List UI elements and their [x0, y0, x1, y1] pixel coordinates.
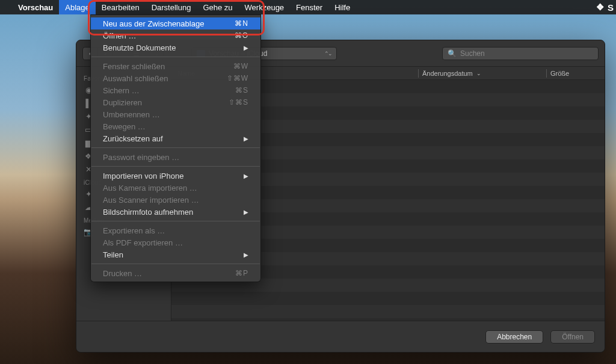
menu-item[interactable]: Bildschirmfoto aufnehmen▶ [91, 206, 260, 218]
chevron-right-icon: ▶ [244, 45, 248, 51]
chevron-updown-icon: ⌃⌄ [324, 51, 331, 57]
chevron-right-icon: ▶ [244, 135, 248, 142]
menu-item: Passwort eingeben … [91, 151, 260, 163]
column-size[interactable]: Größe [550, 70, 605, 77]
menu-item[interactable]: Benutzte Dokumente▶ [91, 42, 260, 54]
dialog-footer: Abbrechen Öffnen [76, 321, 605, 352]
menu-item[interactable]: Teilen▶ [91, 248, 260, 261]
search-placeholder: Suchen [460, 49, 485, 58]
menu-item[interactable]: Neu aus der Zwischenablage⌘N [91, 17, 260, 29]
menu-bearbeiten[interactable]: Bearbeiten [96, 0, 146, 14]
chevron-right-icon: ▶ [244, 173, 248, 179]
menu-item: Duplizieren⇧⌘S [91, 96, 260, 108]
menu-item: Umbenennen … [91, 108, 260, 120]
status-icon[interactable]: S [608, 2, 614, 13]
menu-ablage[interactable]: Ablage [59, 0, 95, 14]
menu-fenster[interactable]: Fenster [290, 0, 328, 14]
menu-item: Auswahl schließen⇧⌘W [91, 72, 260, 84]
dropbox-icon[interactable]: ❖ [596, 2, 604, 13]
menu-item: Sichern …⌘S [91, 84, 260, 96]
menu-item: Bewegen … [91, 120, 260, 132]
menu-item: Aus Kamera importieren … [91, 182, 260, 194]
chevron-right-icon: ▶ [244, 251, 248, 258]
menu-item: Als PDF exportieren … [91, 236, 260, 248]
menu-hilfe[interactable]: Hilfe [328, 0, 356, 14]
open-button[interactable]: Öffnen [550, 330, 595, 344]
menu-darstellung[interactable]: Darstellung [146, 0, 197, 14]
menu-item[interactable]: Importieren von iPhone▶ [91, 170, 260, 182]
search-field[interactable]: 🔍 Suchen [442, 47, 599, 60]
search-icon: 🔍 [448, 49, 457, 58]
menu-item[interactable]: Öffnen …⌘O [91, 29, 260, 42]
menu-item: Fenster schließen⌘W [91, 60, 260, 72]
ablage-menu-dropdown: Neu aus der Zwischenablage⌘NÖffnen …⌘OBe… [90, 14, 261, 282]
chevron-right-icon: ▶ [244, 209, 248, 215]
app-name[interactable]: Vorschau [12, 0, 59, 14]
menu-werkzeuge[interactable]: Werkzeuge [239, 0, 291, 14]
sort-desc-icon: ⌄ [476, 70, 481, 76]
menubar: Vorschau AblageBearbeitenDarstellungGehe… [0, 0, 616, 14]
column-date[interactable]: Änderungsdatum ⌄ [422, 70, 543, 77]
menu-gehe zu[interactable]: Gehe zu [197, 0, 238, 14]
menu-item[interactable]: Zurücksetzen auf▶ [91, 132, 260, 144]
menu-item: Aus Scanner importieren … [91, 194, 260, 206]
cancel-button[interactable]: Abbrechen [485, 330, 543, 344]
menu-item: Drucken …⌘P [91, 267, 260, 279]
menu-item: Exportieren als … [91, 224, 260, 236]
